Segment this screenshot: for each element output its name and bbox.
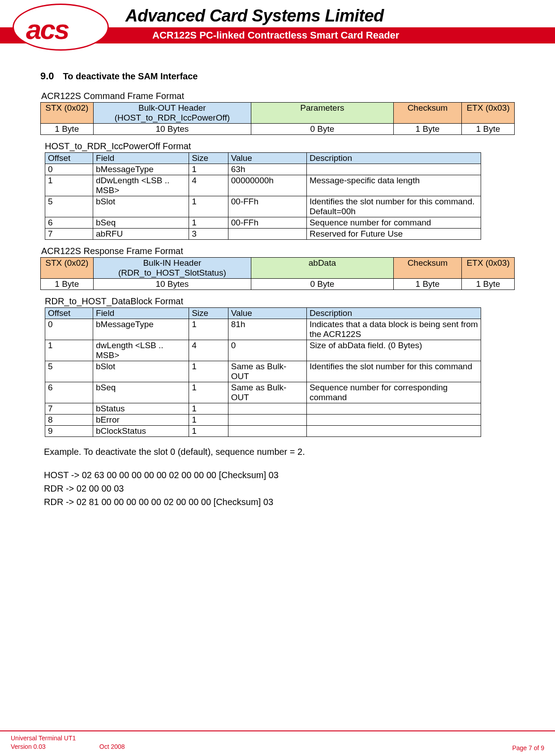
table-row: 7abRFU3Reserved for Future Use: [45, 229, 481, 240]
cell: dwLength <LSB .. MSB>: [93, 340, 189, 361]
cell: 7: [45, 403, 93, 415]
cell: 0 Byte: [251, 279, 393, 290]
table-row: 7bStatus1: [45, 403, 481, 415]
cell: 63h: [228, 164, 306, 175]
table1-caption: ACR122S Command Frame Format: [41, 91, 515, 101]
cell: 1 Byte: [41, 279, 94, 290]
cell: ETX (0x03): [462, 103, 515, 124]
cell: 4: [189, 340, 228, 361]
cell: STX (0x02): [41, 258, 94, 279]
cell: Size: [189, 153, 228, 164]
table-row: 5bSlot1Same as Bulk-OUTIdentifies the sl…: [45, 361, 481, 382]
cell: Sequence number for corresponding comman…: [306, 382, 481, 403]
cell: 10 Bytes: [93, 124, 251, 135]
section-heading: 9.0 To deactivate the SAM Interface: [40, 70, 515, 82]
cell: 1 Byte: [393, 124, 462, 135]
section-number: 9.0: [40, 70, 54, 82]
cell: 1 Byte: [41, 124, 94, 135]
cell: Message-specific data length: [306, 175, 481, 196]
cell: Checksum: [393, 258, 462, 279]
cell: 00-FFh: [228, 196, 306, 217]
cell: Checksum: [393, 103, 462, 124]
footer-date: Oct 2008: [99, 743, 125, 752]
cell: Indicates that a data block is being sen…: [306, 319, 481, 340]
main-content: 9.0 To deactivate the SAM Interface ACR1…: [0, 43, 555, 527]
datablock-format-table: Offset Field Size Value Description 0bMe…: [45, 307, 481, 437]
table4-caption: RDR_to_HOST_DataBlock Format: [45, 296, 515, 307]
command-frame-table: STX (0x02) Bulk-OUT Header (HOST_to_RDR_…: [40, 102, 515, 135]
table-row: 1 Byte 10 Bytes 0 Byte 1 Byte 1 Byte: [41, 124, 515, 135]
table-row: 8bError1: [45, 415, 481, 426]
cell: 00-FFh: [228, 217, 306, 229]
example-block: Example. To deactivate the slot 0 (defau…: [44, 445, 515, 509]
cell: Size of abData field. (0 Bytes): [306, 340, 481, 361]
cell: 1: [45, 175, 93, 196]
cell: 1: [189, 415, 228, 426]
table-row: 1dwLength <LSB .. MSB>40Size of abData f…: [45, 340, 481, 361]
cell: 1 Byte: [462, 124, 515, 135]
cell: 1: [189, 196, 228, 217]
cell: 1 Byte: [393, 279, 462, 290]
cell: [306, 164, 481, 175]
cell: 10 Bytes: [93, 279, 251, 290]
cell: Field: [93, 153, 189, 164]
footer-title: Universal Terminal UT1: [11, 734, 125, 743]
cell: 81h: [228, 319, 306, 340]
cell: [306, 403, 481, 415]
cell: Identifies the slot number for this comm…: [306, 361, 481, 382]
cell: 6: [45, 217, 93, 229]
table3-caption: ACR122S Response Frame Format: [41, 246, 515, 256]
cell: Identifies the slot number for this comm…: [306, 196, 481, 217]
page-header: Advanced Card Systems Limited ACR122S PC…: [0, 0, 555, 43]
cell: bSlot: [93, 361, 189, 382]
table-row: 0bMessageType163h: [45, 164, 481, 175]
table-row: 5bSlot100-FFhIdentifies the slot number …: [45, 196, 481, 217]
cell: [306, 415, 481, 426]
cell: 1: [189, 403, 228, 415]
cell: bError: [93, 415, 189, 426]
cell: Same as Bulk-OUT: [228, 361, 306, 382]
cell: 0 Byte: [251, 124, 393, 135]
table-row: STX (0x02) Bulk-OUT Header (HOST_to_RDR_…: [41, 103, 515, 124]
example-line: RDR -> 02 81 00 00 00 00 00 02 00 00 00 …: [44, 495, 515, 509]
cell: 1: [189, 217, 228, 229]
poweroff-format-table: Offset Field Size Value Description 0bMe…: [45, 152, 481, 240]
page-footer: Universal Terminal UT1 Version 0.03 Oct …: [0, 730, 555, 756]
cell: bMessageType: [93, 319, 189, 340]
table-row: STX (0x02) Bulk-IN Header (RDR_to_HOST_S…: [41, 258, 515, 279]
cell: bSlot: [93, 196, 189, 217]
cell: STX (0x02): [41, 103, 94, 124]
response-frame-table: STX (0x02) Bulk-IN Header (RDR_to_HOST_S…: [40, 257, 515, 290]
section-title: To deactivate the SAM Interface: [63, 71, 198, 82]
cell: Value: [228, 308, 306, 319]
cell: Bulk-IN Header (RDR_to_HOST_SlotStatus): [93, 258, 251, 279]
cell: Size: [189, 308, 228, 319]
table2-caption: HOST_to_RDR_IccPowerOff Format: [45, 141, 515, 151]
cell: 8: [45, 415, 93, 426]
cell: 0: [228, 340, 306, 361]
table-row: 9bClockStatus1: [45, 426, 481, 437]
logo: acs: [13, 4, 111, 53]
cell: 1 Byte: [462, 279, 515, 290]
cell: [228, 415, 306, 426]
table-row: 0bMessageType181hIndicates that a data b…: [45, 319, 481, 340]
table-row: 1dDwLength <LSB .. MSB>400000000hMessage…: [45, 175, 481, 196]
cell: [228, 229, 306, 240]
cell: ETX (0x03): [462, 258, 515, 279]
cell: Offset: [45, 153, 93, 164]
cell: Field: [93, 308, 189, 319]
cell: Same as Bulk-OUT: [228, 382, 306, 403]
cell: bSeq: [93, 217, 189, 229]
table-row: 6bSeq100-FFhSequence number for command: [45, 217, 481, 229]
cell: bSeq: [93, 382, 189, 403]
example-line: HOST -> 02 63 00 00 00 00 00 02 00 00 00…: [44, 468, 515, 482]
cell: 5: [45, 196, 93, 217]
footer-version: Version 0.03: [11, 743, 46, 752]
cell: 1: [189, 319, 228, 340]
cell: Offset: [45, 308, 93, 319]
table-row: Offset Field Size Value Description: [45, 153, 481, 164]
table-row: 1 Byte 10 Bytes 0 Byte 1 Byte 1 Byte: [41, 279, 515, 290]
cell: 1: [189, 164, 228, 175]
cell: 6: [45, 382, 93, 403]
cell: 4: [189, 175, 228, 196]
